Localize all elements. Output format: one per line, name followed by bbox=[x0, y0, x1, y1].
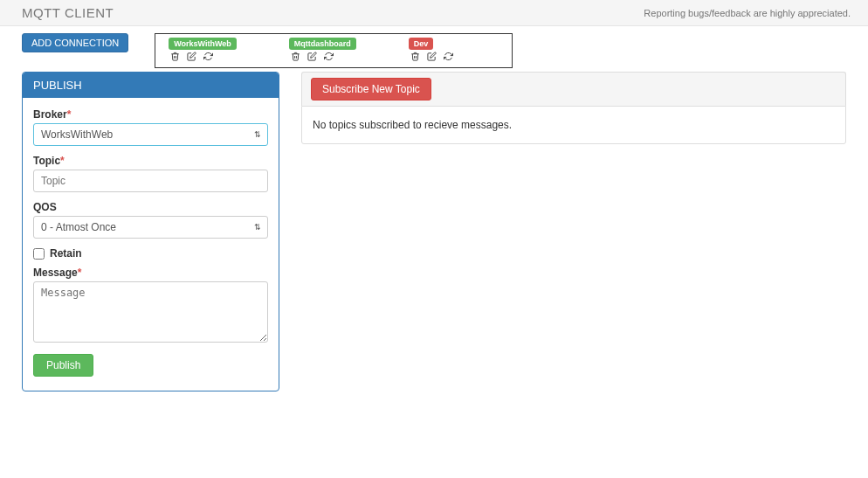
trash-icon[interactable] bbox=[170, 52, 180, 64]
trash-icon[interactable] bbox=[410, 52, 420, 64]
required-mark: * bbox=[78, 267, 82, 279]
connection-badge: Dev bbox=[409, 38, 434, 50]
connection-item: Mqttdashboard bbox=[289, 38, 356, 64]
message-label: Message* bbox=[33, 267, 268, 279]
refresh-icon[interactable] bbox=[324, 52, 334, 64]
retain-group: Retain bbox=[33, 247, 268, 260]
connection-item: Dev bbox=[409, 38, 453, 64]
publish-panel: PUBLISH Broker* WorksWithWeb Topic* bbox=[22, 72, 279, 391]
broker-group: Broker* WorksWithWeb bbox=[33, 108, 268, 146]
connection-item: WorksWithWeb bbox=[169, 38, 237, 64]
toolbar-row: ADD CONNECTION WorksWithWeb Mqttdashboar… bbox=[0, 26, 868, 72]
required-mark: * bbox=[67, 108, 72, 121]
connection-actions bbox=[289, 52, 334, 64]
qos-select[interactable]: 0 - Atmost Once bbox=[33, 216, 268, 239]
broker-label: Broker* bbox=[33, 108, 268, 121]
app-title: MQTT CLIENT bbox=[22, 5, 114, 20]
retain-label: Retain bbox=[50, 247, 82, 260]
subscribe-new-topic-button[interactable]: Subscribe New Topic bbox=[311, 78, 431, 100]
retain-checkbox[interactable] bbox=[33, 248, 45, 260]
add-connection-button[interactable]: ADD CONNECTION bbox=[22, 33, 128, 52]
publish-body: Broker* WorksWithWeb Topic* QOS bbox=[23, 98, 279, 391]
publish-heading: PUBLISH bbox=[23, 73, 279, 98]
broker-select[interactable]: WorksWithWeb bbox=[33, 123, 268, 146]
edit-icon[interactable] bbox=[427, 52, 437, 64]
connection-badge: Mqttdashboard bbox=[289, 38, 356, 50]
connection-badge: WorksWithWeb bbox=[169, 38, 237, 50]
topic-group: Topic* bbox=[33, 155, 268, 192]
subscribe-header: Subscribe New Topic bbox=[301, 72, 846, 106]
subscribe-panel: Subscribe New Topic No topics subscribed… bbox=[301, 72, 846, 144]
topic-label: Topic* bbox=[33, 155, 268, 167]
qos-label: QOS bbox=[33, 201, 268, 213]
message-group: Message* bbox=[33, 267, 268, 345]
required-mark: * bbox=[60, 155, 65, 167]
refresh-icon[interactable] bbox=[444, 52, 453, 64]
app-header: MQTT CLIENT Reporting bugs/feedback are … bbox=[0, 0, 868, 26]
broker-label-text: Broker bbox=[33, 108, 67, 121]
message-label-text: Message bbox=[33, 267, 78, 279]
subscribe-empty-message: No topics subscribed to recieve messages… bbox=[301, 106, 846, 144]
main-content: PUBLISH Broker* WorksWithWeb Topic* bbox=[0, 72, 868, 409]
edit-icon[interactable] bbox=[187, 52, 196, 64]
connections-box: WorksWithWeb Mqttdashboard bbox=[155, 33, 513, 68]
trash-icon[interactable] bbox=[291, 52, 300, 64]
feedback-note: Reporting bugs/feedback are highly appre… bbox=[644, 8, 851, 18]
connection-actions bbox=[169, 52, 213, 64]
topic-label-text: Topic bbox=[33, 155, 60, 167]
publish-button[interactable]: Publish bbox=[33, 354, 93, 377]
qos-group: QOS 0 - Atmost Once bbox=[33, 201, 268, 239]
refresh-icon[interactable] bbox=[203, 52, 213, 64]
connection-actions bbox=[409, 52, 453, 64]
topic-input[interactable] bbox=[33, 170, 268, 192]
message-textarea[interactable] bbox=[33, 281, 268, 343]
edit-icon[interactable] bbox=[307, 52, 317, 64]
